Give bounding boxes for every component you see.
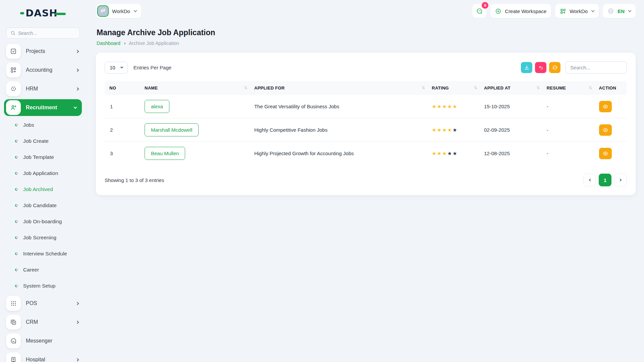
applied-for-text: The Great Versatility of Business Jobs	[251, 95, 428, 118]
column-no[interactable]: NO	[105, 81, 141, 95]
sidebar-item-accounting[interactable]: Accounting	[0, 61, 86, 79]
chevron-right-icon	[76, 87, 79, 90]
star-filled-icon: ★	[447, 104, 452, 109]
workdo-menu-button[interactable]: WorkDo	[555, 4, 599, 18]
candidate-name-button[interactable]: alexa	[145, 100, 169, 113]
sidebar-subitem-system-setup[interactable]: System Setup	[0, 278, 86, 294]
chevron-down-icon	[74, 106, 77, 109]
sidebar-subitem-job-archived[interactable]: Job Archived	[0, 181, 86, 197]
showing-entries-text: Showing 1 to 3 of 3 entries	[105, 177, 164, 183]
subitem-ring-icon	[15, 236, 18, 240]
candidate-name-button[interactable]: Marshall Mcdowell	[145, 123, 199, 136]
topbar: WorkDo 0 Create Workspace WorkDo	[96, 4, 636, 18]
table-search-input[interactable]	[565, 61, 627, 74]
sidebar-subitem-job-application[interactable]: Job Application	[0, 165, 86, 181]
row-number: 3	[105, 142, 141, 165]
sidebar-item-messenger[interactable]: Messenger	[0, 331, 86, 350]
resume-value: -	[543, 95, 596, 118]
view-application-button[interactable]	[599, 101, 612, 112]
sidebar-subitem-label: Career	[23, 267, 39, 273]
column-name[interactable]: NAME⇅	[141, 81, 251, 95]
entries-per-page-select[interactable]: 10	[105, 62, 128, 74]
table-row: 1 alexa The Great Versatility of Busines…	[105, 95, 627, 118]
sidebar-subitem-career[interactable]: Career	[0, 262, 86, 278]
column-applied-at[interactable]: APPLIED AT⇅	[481, 81, 543, 95]
sidebar-subitem-label: Job Archived	[23, 186, 53, 192]
sidebar-subitem-job-create[interactable]: Job Create	[0, 133, 86, 149]
row-number: 1	[105, 95, 141, 118]
eye-icon	[602, 104, 608, 110]
applied-for-text: Highly Competitive Fashion Jobs	[251, 118, 428, 142]
search-icon	[10, 31, 15, 36]
refresh-button[interactable]	[549, 62, 560, 73]
chevron-right-icon	[76, 320, 79, 324]
column-applied-for[interactable]: APPLIED FOR⇅	[251, 81, 428, 95]
main-content: WorkDo 0 Create Workspace WorkDo	[86, 0, 644, 195]
export-button[interactable]	[521, 62, 532, 73]
table-toolbar: 10 Entries Per Page	[105, 61, 627, 74]
copy-plus-icon	[6, 315, 21, 329]
language-selector[interactable]: EN	[603, 4, 636, 18]
workspace-name: WorkDo	[112, 8, 130, 14]
archive-applications-card: 10 Entries Per Page NO NA	[96, 53, 636, 195]
sidebar-item-projects[interactable]: Projects	[0, 42, 86, 61]
sidebar-search[interactable]	[6, 27, 80, 39]
sidebar-subitem-label: Jobs	[23, 122, 34, 128]
subitem-ring-icon	[15, 139, 18, 143]
topbar-actions: 0 Create Workspace WorkDo EN	[472, 4, 636, 18]
column-resume[interactable]: RESUME⇅	[543, 81, 596, 95]
candidate-name-button[interactable]: Beau Mullen	[145, 147, 185, 160]
subitem-ring-icon	[15, 123, 18, 127]
table-footer: Showing 1 to 3 of 3 entries 1	[105, 174, 627, 186]
chevron-right-icon	[76, 50, 79, 53]
checkbox-icon	[6, 44, 21, 59]
grid-plus-icon	[560, 8, 566, 14]
breadcrumb-dashboard-link[interactable]: Dashboard	[97, 41, 120, 46]
star-filled-icon: ★	[432, 150, 437, 156]
sidebar-item-pos[interactable]: POS	[0, 294, 86, 313]
sort-icon: ⇅	[474, 85, 477, 90]
sidebar-subitem-job-on-boarding[interactable]: Job On-boarding	[0, 214, 86, 230]
star-filled-icon: ★	[442, 150, 447, 156]
sidebar-subitem-label: Job Screening	[23, 235, 56, 241]
sidebar-search-input[interactable]	[18, 31, 75, 36]
star-empty-icon: ★	[452, 127, 458, 133]
chevron-right-icon	[76, 68, 79, 72]
sidebar-subitem-label: System Setup	[23, 283, 56, 289]
subitem-ring-icon	[15, 220, 18, 224]
sidebar-nav: Projects Accounting HRM Recruitment	[0, 42, 86, 362]
sidebar-subitem-jobs[interactable]: Jobs	[0, 117, 86, 133]
sidebar-subitem-job-candidate[interactable]: Job Candidate	[0, 197, 86, 214]
pagination-prev-button[interactable]	[583, 174, 596, 186]
sidebar-item-crm[interactable]: CRM	[0, 313, 86, 331]
sidebar-subitem-job-template[interactable]: Job Template	[0, 149, 86, 165]
undo-button[interactable]	[535, 62, 546, 73]
brand-logo[interactable]: DASH	[0, 7, 86, 19]
view-application-button[interactable]	[599, 124, 612, 136]
sidebar-subitem-label: Job Template	[23, 154, 54, 160]
create-workspace-label: Create Workspace	[505, 8, 546, 14]
sidebar-subitem-interview-schedule[interactable]: Interview Schedule	[0, 246, 86, 262]
create-workspace-button[interactable]: Create Workspace	[490, 4, 551, 18]
pagination-next-button[interactable]	[614, 174, 627, 186]
recruitment-submenu: Jobs Job Create Job Template Job Applica…	[0, 117, 86, 294]
logo-accent-right	[55, 13, 66, 15]
sidebar-item-hospital[interactable]: Hospital	[0, 350, 86, 362]
sidebar-item-recruitment[interactable]: Recruitment	[4, 99, 82, 116]
plus-circle-icon	[495, 8, 501, 14]
column-rating[interactable]: RATING⇅	[428, 81, 481, 95]
sidebar-item-label: CRM	[26, 319, 71, 325]
entries-per-page-label: Entries Per Page	[133, 65, 171, 70]
pagination-page-1[interactable]: 1	[599, 174, 611, 186]
sidebar-item-hrm[interactable]: HRM	[0, 79, 86, 98]
chevron-down-icon	[628, 9, 632, 12]
eye-icon	[602, 127, 608, 133]
subitem-ring-icon	[15, 284, 18, 288]
workspace-switcher[interactable]: WorkDo	[96, 4, 141, 18]
sidebar-item-label: POS	[26, 300, 71, 306]
sidebar-subitem-job-screening[interactable]: Job Screening	[0, 230, 86, 246]
messages-button[interactable]: 0	[472, 4, 486, 18]
applications-table: NO NAME⇅ APPLIED FOR⇅ RATING⇅ APPLIED AT…	[105, 81, 627, 165]
star-filled-icon: ★	[447, 127, 452, 133]
view-application-button[interactable]	[599, 148, 612, 159]
